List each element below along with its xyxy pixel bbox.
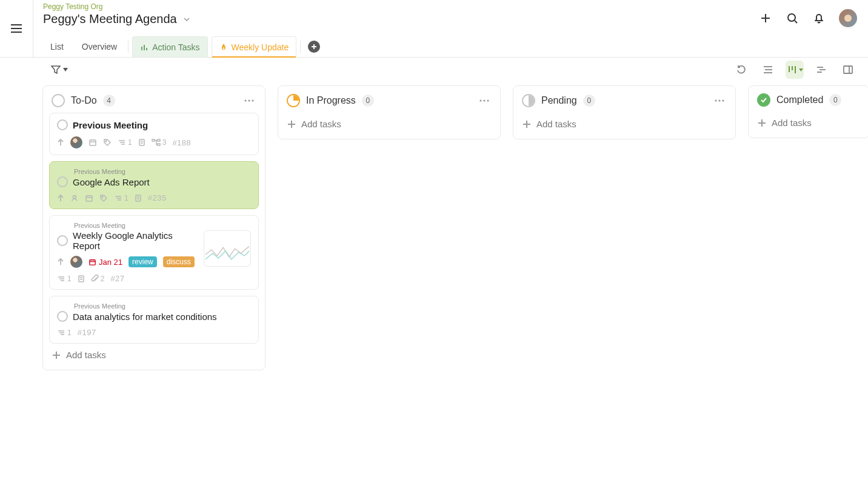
user-avatar[interactable] <box>839 9 857 27</box>
add-task-button[interactable]: Add tasks <box>278 113 500 139</box>
search-button[interactable] <box>786 12 799 25</box>
page-title: Peggy's Meeting Agenda <box>43 12 177 26</box>
tab-list[interactable]: List <box>43 36 71 57</box>
tab-label: Action Tasks <box>152 42 199 52</box>
tab-weekly-update[interactable]: Weekly Update <box>212 36 297 57</box>
notifications-button[interactable] <box>812 12 826 25</box>
task-card[interactable]: Previous Meeting Data analytics for mark… <box>49 296 259 344</box>
column-count: 0 <box>583 95 595 107</box>
task-meta: 1 3 #188 <box>57 136 251 148</box>
priority-icon[interactable] <box>57 138 64 147</box>
svg-rect-44 <box>158 144 160 145</box>
menu-toggle-button[interactable] <box>9 21 24 36</box>
priority-icon[interactable] <box>57 194 64 202</box>
column-header: Pending 0 <box>513 86 735 113</box>
title-dropdown[interactable] <box>183 17 190 22</box>
task-card[interactable]: Previous Meeting Weekly Google Analytics… <box>49 215 259 290</box>
task-card[interactable]: Previous Meeting Google Ads Report <box>49 161 259 209</box>
tag-discuss[interactable]: discuss <box>163 256 195 267</box>
tab-label: Weekly Update <box>232 42 289 52</box>
assignee-avatar[interactable] <box>70 256 82 268</box>
svg-rect-43 <box>158 139 160 141</box>
tag-icon[interactable] <box>99 194 108 202</box>
assignee-icon[interactable] <box>70 194 79 202</box>
tab-overview[interactable]: Overview <box>75 36 124 57</box>
task-id: #197 <box>78 328 96 337</box>
svg-point-46 <box>73 195 76 198</box>
bar-chart-icon <box>140 43 149 52</box>
column-menu-button[interactable] <box>477 93 492 108</box>
subtask-count[interactable]: 1 <box>114 194 129 202</box>
date-icon[interactable] <box>85 194 93 202</box>
view-toolbar <box>0 58 868 82</box>
view-toolbar-right <box>732 61 857 79</box>
svg-rect-42 <box>152 139 155 141</box>
column-header: Completed 0 <box>749 86 868 112</box>
task-status-circle[interactable] <box>57 235 68 246</box>
column-pending: Pending 0 Add tasks <box>513 85 736 139</box>
svg-point-29 <box>252 99 253 101</box>
add-tab-button[interactable] <box>308 41 320 53</box>
parent-task-label[interactable]: Previous Meeting <box>74 168 251 175</box>
org-breadcrumb[interactable]: Peggy Testing Org <box>43 0 748 11</box>
kanban-board: To-Do 4 Previous Meeting <box>0 82 868 382</box>
tag-review[interactable]: review <box>129 256 157 267</box>
column-header: To-Do 4 <box>43 86 265 113</box>
subtask-count[interactable]: 1 <box>57 329 72 337</box>
subtask-count[interactable]: 1 <box>57 275 72 283</box>
column-menu-button[interactable] <box>242 93 256 108</box>
parent-task-label[interactable]: Previous Meeting <box>74 222 251 229</box>
svg-rect-66 <box>79 276 84 282</box>
svg-rect-47 <box>86 196 92 201</box>
task-status-circle[interactable] <box>57 119 68 130</box>
create-button[interactable] <box>759 12 772 25</box>
date-icon[interactable] <box>88 138 97 147</box>
svg-rect-39 <box>139 139 144 145</box>
board-view-button[interactable] <box>786 61 804 79</box>
sidebar-toggle-cell <box>0 0 33 57</box>
tab-label: Overview <box>82 42 117 52</box>
task-meta: 1 #235 <box>57 193 251 202</box>
children-count[interactable]: 3 <box>152 138 167 147</box>
svg-point-81 <box>722 99 724 101</box>
task-title: Weekly Google Analytics Report <box>73 230 198 251</box>
status-circle-progress-icon <box>287 94 300 107</box>
status-circle-completed-icon <box>757 93 770 107</box>
svg-point-51 <box>102 196 103 198</box>
task-status-circle[interactable] <box>57 176 68 187</box>
column-menu-button[interactable] <box>712 93 727 108</box>
svg-line-12 <box>795 21 797 23</box>
subtask-count[interactable]: 1 <box>118 138 132 147</box>
svg-rect-59 <box>90 259 95 264</box>
top-bar: Peggy Testing Org Peggy's Meeting Agenda… <box>0 0 868 58</box>
tag-icon[interactable] <box>103 138 112 147</box>
attachment-thumbnail[interactable] <box>204 230 251 267</box>
add-task-button[interactable]: Add tasks <box>43 344 265 370</box>
undo-button[interactable] <box>732 61 750 79</box>
notes-icon[interactable] <box>135 194 142 202</box>
add-task-button[interactable]: Add tasks <box>513 113 735 139</box>
task-id: #27 <box>110 274 124 283</box>
priority-icon[interactable] <box>57 258 64 266</box>
add-task-button[interactable]: Add tasks <box>749 112 868 138</box>
svg-point-11 <box>788 14 795 21</box>
assignee-avatar[interactable] <box>70 136 82 148</box>
task-card[interactable]: Previous Meeting 1 <box>49 113 259 155</box>
tab-divider <box>128 41 129 53</box>
svg-point-27 <box>244 99 246 101</box>
due-date[interactable]: Jan 21 <box>88 258 122 267</box>
filter-button[interactable] <box>51 65 68 74</box>
attachment-count[interactable]: 2 <box>91 275 105 283</box>
tab-action-tasks[interactable]: Action Tasks <box>132 36 207 57</box>
list-view-button[interactable] <box>759 61 777 79</box>
svg-marker-14 <box>63 68 68 72</box>
column-count: 4 <box>103 95 115 107</box>
parent-task-label[interactable]: Previous Meeting <box>74 302 251 310</box>
notes-icon[interactable] <box>78 275 85 283</box>
panel-toggle-button[interactable] <box>839 61 857 79</box>
task-status-circle[interactable] <box>57 311 68 322</box>
timeline-view-button[interactable] <box>812 61 830 79</box>
notes-icon[interactable] <box>138 138 145 147</box>
add-task-label: Add tasks <box>301 119 341 129</box>
svg-point-80 <box>718 99 720 101</box>
